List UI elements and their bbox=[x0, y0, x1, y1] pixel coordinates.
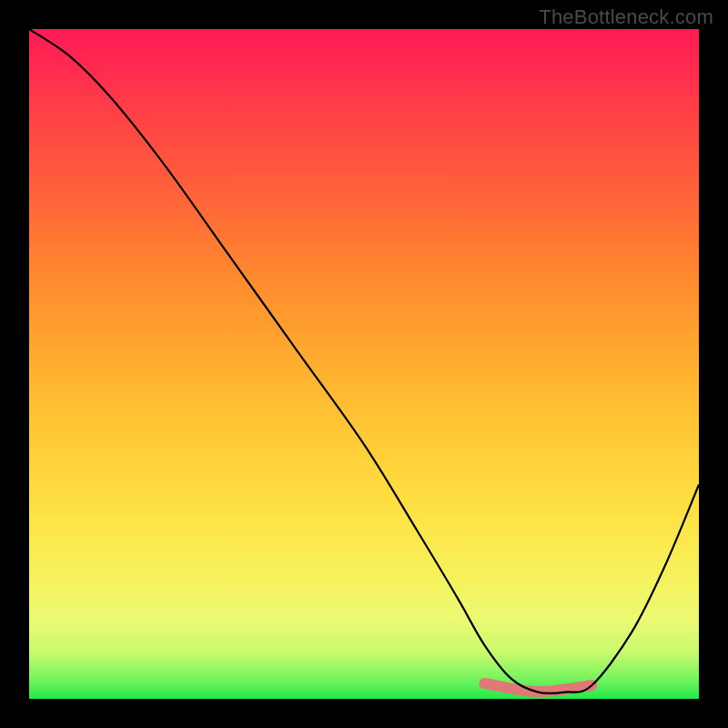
optimal-range-band bbox=[484, 683, 592, 692]
chart-plot-area bbox=[29, 29, 699, 699]
chart-svg bbox=[29, 29, 699, 699]
watermark-text: TheBottleneck.com bbox=[539, 5, 713, 29]
bottleneck-curve-line bbox=[29, 29, 699, 693]
